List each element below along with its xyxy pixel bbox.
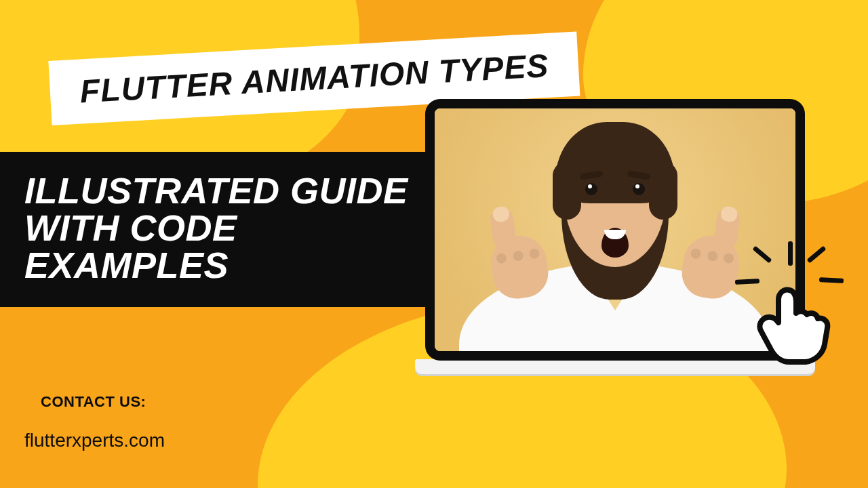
cursor-hand-icon (751, 281, 844, 369)
click-cursor-icon (735, 241, 850, 370)
subtitle-banner: ILLUSTRATED GUIDE WITH CODE EXAMPLES (0, 152, 468, 307)
subtitle-line: WITH CODE EXAMPLES (24, 207, 237, 285)
contact-url[interactable]: flutterxperts.com (24, 430, 165, 451)
subtitle-line: ILLUSTRATED GUIDE (24, 170, 408, 211)
contact-label: CONTACT US: (41, 393, 146, 411)
subtitle-text: ILLUSTRATED GUIDE WITH CODE EXAMPLES (24, 172, 443, 284)
